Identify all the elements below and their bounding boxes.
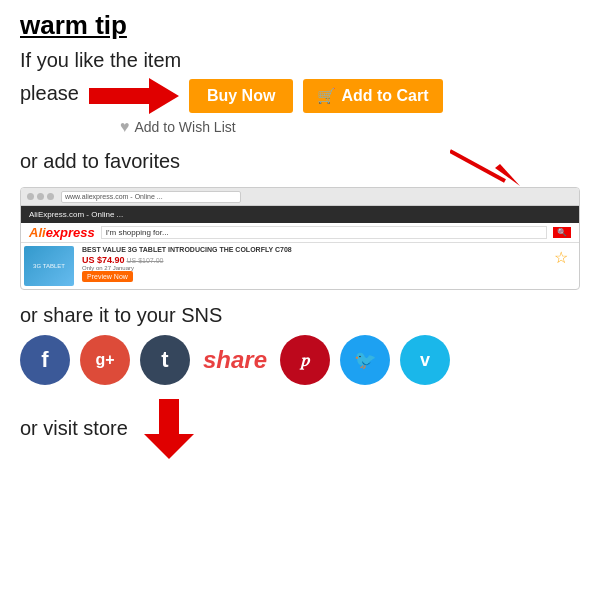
- browser-bar: www.aliexpress.com - Online ...: [21, 188, 579, 206]
- svg-marker-3: [144, 399, 194, 459]
- sns-section: or share it to your SNS f g+ t share 𝑝 🐦…: [20, 304, 580, 385]
- vimeo-icon[interactable]: v: [400, 335, 450, 385]
- browser-close-icon: [27, 193, 34, 200]
- preview-button[interactable]: Preview Now: [82, 271, 133, 282]
- browser-product: 3G TABLET BEST VALUE 3G TABLET INTRODUCI…: [21, 243, 579, 289]
- svg-line-1: [450, 151, 505, 181]
- nav-search-btn[interactable]: 🔍: [553, 227, 571, 238]
- browser-mockup: www.aliexpress.com - Online ... AliExpre…: [20, 187, 580, 290]
- browser-max-icon: [47, 193, 54, 200]
- add-to-cart-button[interactable]: 🛒 Add to Cart: [303, 79, 442, 113]
- product-price: US $74.90 US $107.00: [82, 255, 568, 265]
- sns-text: or share it to your SNS: [20, 304, 580, 327]
- twitter-icon[interactable]: 🐦: [340, 335, 390, 385]
- sns-icons-row: f g+ t share 𝑝 🐦 v: [20, 335, 580, 385]
- cart-icon: 🛒: [317, 87, 336, 105]
- product-info: BEST VALUE 3G TABLET INTRODUCING THE COL…: [82, 246, 568, 286]
- page-title: warm tip: [20, 10, 580, 41]
- tumblr-icon[interactable]: t: [140, 335, 190, 385]
- facebook-icon[interactable]: f: [20, 335, 70, 385]
- browser-header: AliExpress.com - Online ...: [21, 206, 579, 223]
- arrow-favorites-icon: [450, 146, 520, 190]
- visit-text: or visit store: [20, 417, 128, 440]
- buy-line1: If you like the item: [20, 49, 580, 72]
- product-image: 3G TABLET: [24, 246, 74, 286]
- buy-line2: please: [20, 82, 79, 105]
- browser-min-icon: [37, 193, 44, 200]
- star-icon[interactable]: ☆: [554, 248, 568, 267]
- pinterest-icon[interactable]: 𝑝: [280, 335, 330, 385]
- google-plus-icon[interactable]: g+: [80, 335, 130, 385]
- wishlist-label[interactable]: Add to Wish List: [135, 119, 236, 135]
- favorites-text: or add to favorites: [20, 150, 180, 173]
- browser-url: www.aliexpress.com - Online ...: [61, 191, 241, 203]
- visit-section: or visit store: [20, 399, 580, 463]
- browser-nav: Aliexpress I'm shopping for... 🔍: [21, 223, 579, 243]
- arrow-down-icon: [144, 399, 194, 463]
- browser-tab: AliExpress.com - Online ...: [29, 210, 123, 219]
- svg-marker-0: [89, 78, 179, 114]
- price-sub: Only on 27 January: [82, 265, 568, 271]
- arrow-right-icon: [89, 78, 179, 114]
- heart-icon: ♥: [120, 118, 130, 136]
- price-now: US $74.90: [82, 255, 125, 265]
- product-title: BEST VALUE 3G TABLET INTRODUCING THE COL…: [82, 246, 568, 253]
- svg-marker-2: [495, 164, 520, 186]
- buy-section: If you like the item please Buy Now 🛒 Ad…: [20, 49, 580, 136]
- price-old: US $107.00: [126, 257, 163, 264]
- favorites-section: or add to favorites: [20, 150, 580, 179]
- buy-now-button[interactable]: Buy Now: [189, 79, 293, 113]
- share-label[interactable]: share: [200, 335, 270, 385]
- nav-search-placeholder[interactable]: I'm shopping for...: [101, 226, 547, 239]
- aliexpress-logo: Aliexpress: [29, 225, 95, 240]
